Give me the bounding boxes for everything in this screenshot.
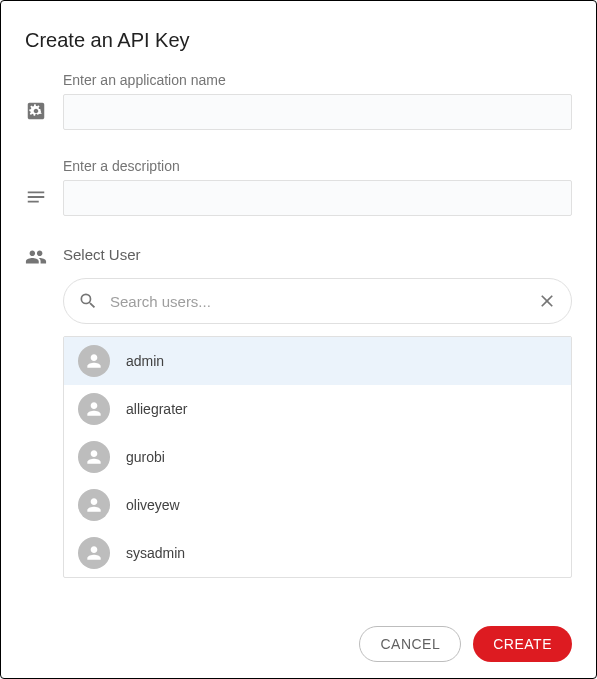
user-item-label: sysadmin: [126, 545, 185, 561]
create-api-key-dialog: Create an API Key Enter an application n…: [0, 0, 597, 679]
description-field: Enter a description: [63, 158, 572, 216]
person-icon: [78, 441, 110, 473]
select-user-label: Select User: [63, 246, 141, 263]
user-item-label: gurobi: [126, 449, 165, 465]
description-input[interactable]: [63, 180, 572, 216]
notes-icon: [25, 186, 47, 208]
select-user-row: Select User: [25, 244, 572, 268]
dialog-title: Create an API Key: [25, 29, 572, 52]
application-name-label: Enter an application name: [63, 72, 572, 88]
search-icon: [78, 291, 98, 311]
user-item-label: alliegrater: [126, 401, 187, 417]
create-button[interactable]: CREATE: [473, 626, 572, 662]
user-search[interactable]: [63, 278, 572, 324]
group-icon: [25, 246, 47, 268]
person-icon: [78, 393, 110, 425]
user-item-label: admin: [126, 353, 164, 369]
application-name-row: Enter an application name: [25, 72, 572, 130]
dialog-actions: CANCEL CREATE: [25, 610, 572, 662]
description-label: Enter a description: [63, 158, 572, 174]
application-name-field: Enter an application name: [63, 72, 572, 130]
user-item[interactable]: gurobi: [64, 433, 571, 481]
person-icon: [78, 537, 110, 569]
user-item-label: oliveyew: [126, 497, 180, 513]
user-item[interactable]: oliveyew: [64, 481, 571, 529]
settings-app-icon: [25, 100, 47, 122]
user-item[interactable]: sysadmin: [64, 529, 571, 577]
description-row: Enter a description: [25, 158, 572, 216]
user-panel: adminalliegratergurobioliveyewsysadmin: [63, 278, 572, 578]
cancel-button[interactable]: CANCEL: [359, 626, 461, 662]
application-name-input[interactable]: [63, 94, 572, 130]
clear-search-icon[interactable]: [537, 291, 557, 311]
person-icon: [78, 345, 110, 377]
user-item[interactable]: alliegrater: [64, 385, 571, 433]
user-search-input[interactable]: [108, 292, 527, 311]
user-item[interactable]: admin: [64, 337, 571, 385]
dialog-content: Enter an application name Enter a descri…: [25, 72, 572, 662]
user-list: adminalliegratergurobioliveyewsysadmin: [63, 336, 572, 578]
person-icon: [78, 489, 110, 521]
